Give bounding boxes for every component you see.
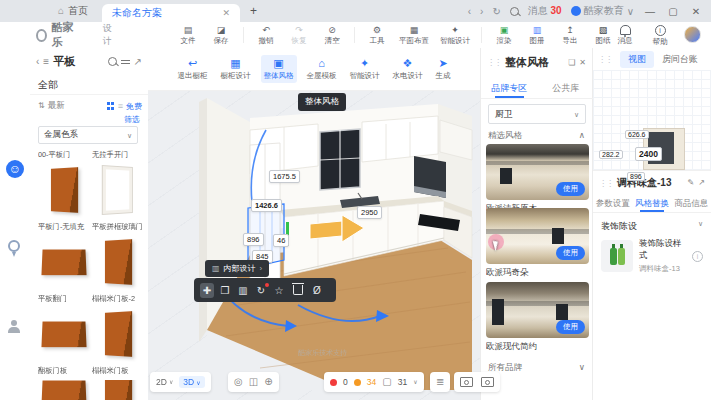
apply-style-button[interactable]: 使用 xyxy=(556,246,585,260)
catalog-item[interactable]: 无拉手开门 xyxy=(92,150,144,216)
drag-handle-icon[interactable]: ⋮⋮ xyxy=(487,58,501,67)
catalog-item[interactable]: 翻板门板 xyxy=(38,366,90,400)
export-button[interactable]: ↥导出 xyxy=(559,25,581,46)
refresh-icon[interactable]: ↻ xyxy=(492,6,500,17)
catalog-item[interactable]: 平板门-无填充 xyxy=(38,222,90,288)
mode-3d-button[interactable]: 3D ∨ xyxy=(179,376,204,388)
internal-design-button[interactable]: ▥ 内部设计 › xyxy=(205,260,269,277)
back-icon[interactable]: ‹ xyxy=(36,57,39,67)
environment-icon[interactable]: ⊕ xyxy=(264,377,272,387)
ai-design-button[interactable]: ✦智能设计 xyxy=(347,55,383,83)
category-all[interactable]: 全部 xyxy=(38,78,58,92)
replace-tool-icon[interactable]: ↻ xyxy=(254,285,268,296)
save-button[interactable]: ◪保存 xyxy=(210,25,232,46)
close-tab-icon[interactable]: ✕ xyxy=(223,8,231,18)
help-button[interactable]: i帮助 xyxy=(649,24,671,47)
style-card[interactable]: 使用 欧派玛奇朵 xyxy=(486,208,589,279)
screenshot-icon[interactable] xyxy=(460,377,473,387)
pin-panel-icon[interactable]: ❏ xyxy=(568,59,575,67)
nav-back-icon[interactable]: ‹ xyxy=(468,6,471,17)
window-maximize-button[interactable]: ▢ xyxy=(666,6,680,17)
window-minimize-button[interactable]: — xyxy=(643,6,657,17)
new-tab-button[interactable]: + xyxy=(250,4,257,18)
canvas-3d-viewport[interactable]: ↩退出橱柜 ▦橱柜设计 ▣整体风格 ⌂全屋模板 ✦智能设计 ❖水电设计 ➤生成 … xyxy=(148,48,480,400)
tab-parameters[interactable]: 参数设置 xyxy=(593,194,632,212)
move-tool-icon[interactable]: ✚ xyxy=(200,283,214,298)
solid-view-icon[interactable]: ◫ xyxy=(249,377,258,387)
generate-button[interactable]: ➤生成 xyxy=(433,55,454,83)
document-tab[interactable]: 未命名方案 ✕ xyxy=(102,4,240,22)
structure-tool-icon[interactable]: ▥ xyxy=(236,285,250,296)
hide-tool-icon[interactable]: Ø xyxy=(310,285,324,296)
all-brands-section[interactable]: 所有品牌 ∨ xyxy=(488,362,585,374)
issues-bar[interactable]: 0 34 ▢ 31 ∨ xyxy=(324,372,424,392)
sort-label[interactable]: 最新 xyxy=(48,100,65,112)
dimension-label[interactable]: 1426.6 xyxy=(251,199,282,212)
clear-button[interactable]: ⊘清空 xyxy=(321,25,343,46)
drag-handle-icon[interactable]: ⋮⋮ xyxy=(598,55,612,64)
file-button[interactable]: ▤文件 xyxy=(177,25,199,46)
edu-account-menu[interactable]: 酷家教育 ∨ xyxy=(571,4,634,18)
list-menu-icon[interactable]: ≡ xyxy=(43,57,49,67)
drawings-button[interactable]: ▧图纸 xyxy=(592,25,614,46)
close-panel-icon[interactable]: ✕ xyxy=(579,59,586,67)
filter-sliders-icon[interactable] xyxy=(121,58,130,66)
exit-cabinet-button[interactable]: ↩退出橱柜 xyxy=(175,55,211,83)
expand-icon[interactable]: ↗ xyxy=(698,179,705,187)
tab-style-replace[interactable]: 风格替换 xyxy=(632,194,671,212)
user-avatar[interactable] xyxy=(684,26,701,43)
decoration-section[interactable]: 装饰陈设 ∨ xyxy=(601,220,703,233)
visibility-icon[interactable]: ◎ xyxy=(234,377,243,387)
color-series-select[interactable]: 金属色系 ∨ xyxy=(38,126,138,144)
expand-panel-icon[interactable]: ↗ xyxy=(134,57,142,67)
delete-tool-icon[interactable] xyxy=(293,285,303,295)
dimension-label[interactable]: 46 xyxy=(273,234,289,247)
catalog-search-icon[interactable] xyxy=(108,57,117,66)
sort-icon[interactable]: ⇅ xyxy=(38,102,45,110)
catalog-item[interactable]: 榻榻米门板-2 xyxy=(92,294,144,360)
messages-link[interactable]: 消息 30 xyxy=(528,4,562,18)
room-type-select[interactable]: 厨卫 ∨ xyxy=(488,104,586,124)
profile-icon[interactable] xyxy=(8,320,20,334)
list-view-icon[interactable]: ≡ xyxy=(118,102,123,111)
edit-icon[interactable]: ✎ xyxy=(688,179,695,187)
filter-link[interactable]: 筛选 xyxy=(124,114,140,125)
catalog-item[interactable]: 00-平板门 xyxy=(38,150,90,216)
nav-forward-icon[interactable]: › xyxy=(480,6,483,17)
dimension-label[interactable]: 2950 xyxy=(357,206,382,219)
house-template-button[interactable]: ⌂全屋模板 xyxy=(304,55,340,83)
tools-button[interactable]: ⚙工具 xyxy=(366,25,388,46)
style-card[interactable]: 使用 欧派清新原木 xyxy=(486,144,589,215)
free-filter-toggle[interactable]: 免费 xyxy=(126,101,142,112)
mini-floorplan[interactable]: 626.6 282.2 2400 896 xyxy=(593,70,711,171)
favorite-tool-icon[interactable]: ☆ xyxy=(272,285,286,296)
undo-button[interactable]: ↶撤销 xyxy=(255,25,277,46)
decoration-item-row[interactable]: 装饰陈设样式 调料味盒-13 i xyxy=(601,238,703,274)
cabinet-design-button[interactable]: ▦橱柜设计 xyxy=(218,55,254,83)
catalog-item[interactable]: 平板拼框玻璃门 xyxy=(92,222,144,288)
overall-style-button[interactable]: ▣整体风格 xyxy=(261,55,297,83)
tab-view[interactable]: 视图 xyxy=(620,51,654,68)
smart-design-button[interactable]: ✦智能设计 xyxy=(440,25,470,46)
album-button[interactable]: ▥图册 xyxy=(526,25,548,46)
catalog-item[interactable]: 榻榻米门板 xyxy=(92,366,144,400)
tab-public-library[interactable]: 公共库 xyxy=(538,78,595,98)
tab-room-ledger[interactable]: 房间台账 xyxy=(662,53,698,66)
window-close-button[interactable]: ✕ xyxy=(689,6,703,17)
style-card[interactable]: 使用 欧派现代简约 xyxy=(486,282,589,353)
mode-2d-button[interactable]: 2D ∨ xyxy=(156,377,173,387)
apply-style-button[interactable]: 使用 xyxy=(556,320,585,334)
grid-view-icon[interactable] xyxy=(107,102,115,110)
camera-settings-icon[interactable] xyxy=(481,377,494,387)
layers-icon[interactable]: ≣ xyxy=(436,377,444,387)
render-button[interactable]: ▣渲染 xyxy=(493,25,515,46)
redo-button[interactable]: ↷恢复 xyxy=(288,25,310,46)
design-menu[interactable]: 设计 xyxy=(103,22,117,48)
info-icon[interactable]: i xyxy=(692,251,703,262)
copy-tool-icon[interactable]: ❐ xyxy=(218,285,232,296)
app-logo[interactable]: 酷家乐 xyxy=(36,20,77,50)
search-icon[interactable] xyxy=(510,7,519,16)
notifications-button[interactable]: 消息 xyxy=(614,24,636,46)
plan-dimension-label[interactable]: 2400 xyxy=(635,147,662,161)
floorplan-button[interactable]: ▦平面布置 xyxy=(399,25,429,46)
